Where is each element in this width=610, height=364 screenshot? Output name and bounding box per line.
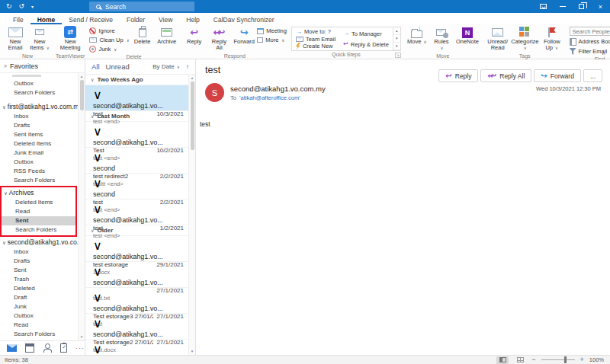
forward-button[interactable]: Forward	[534, 69, 581, 82]
zoom-out-button[interactable]: −	[531, 356, 535, 363]
folder-item[interactable]: ∨Deleted Items	[2, 198, 75, 207]
send-receive-icon[interactable]: ↻	[6, 3, 12, 10]
tasks-nav-icon[interactable]	[60, 343, 67, 353]
sort-by-date-button[interactable]: By Date∨	[152, 63, 180, 70]
folder-item[interactable]: ∨RSS Feeds	[0, 167, 78, 176]
folder-item[interactable]: ∨Search Folders	[0, 88, 78, 97]
mail-nav-icon[interactable]	[7, 344, 17, 352]
more-nav-icon[interactable]	[75, 345, 85, 352]
grid-view-button[interactable]	[514, 356, 526, 364]
undo-icon[interactable]: ↺	[19, 3, 25, 10]
menu-tab[interactable]: Home	[30, 13, 63, 24]
message-row[interactable]: ∨ second@atikahg1.vo... test10/3/2021 te…	[85, 85, 188, 111]
reply-button[interactable]: Reply	[183, 25, 206, 53]
archive-button[interactable]: Archive	[156, 25, 178, 53]
close-button[interactable]: ×	[591, 0, 610, 13]
scroll-down-icon[interactable]: ▼	[191, 348, 194, 355]
quickstep-create-new[interactable]: Create New	[296, 43, 336, 49]
scroll-up-icon[interactable]: ▲	[191, 75, 194, 81]
reply-all-button[interactable]: Reply All	[207, 25, 232, 53]
new-items-button[interactable]: New Items ∨	[28, 25, 51, 53]
favorites-header[interactable]: ˃ Favorites	[0, 59, 85, 72]
folder-item[interactable]: ∨Outbox	[0, 158, 78, 167]
ignore-button[interactable]: Ignore	[89, 27, 129, 35]
reply-button[interactable]: Reply	[438, 69, 478, 82]
message-row[interactable]: ∨ second@atikahg1.vo... Test10/2/2021 te…	[85, 122, 188, 148]
folder-item[interactable]: ∨Deleted Items	[0, 139, 78, 148]
menu-tab[interactable]: CalDav Synchronizer	[207, 13, 281, 24]
scroll-down-icon[interactable]: ▼	[80, 334, 83, 340]
sort-asc-icon[interactable]: ↑	[186, 63, 189, 71]
folder-item[interactable]: ∨Deleted	[0, 284, 78, 293]
restore-button[interactable]	[572, 0, 591, 13]
unread-read-button[interactable]: Unread/ Read	[485, 25, 511, 53]
new-email-button[interactable]: New Email	[4, 25, 27, 53]
menu-tab[interactable]: Help	[179, 13, 206, 24]
zoom-in-button[interactable]: +	[580, 356, 584, 363]
folder-item[interactable]: ∨second@atikahg1.vo.co...	[0, 238, 78, 247]
delete-button[interactable]: Delete	[131, 25, 154, 53]
message-row[interactable]: ∨ second@atikahg1.vo... test estorage29/…	[85, 236, 188, 262]
more-respond-button[interactable]: More∨	[257, 36, 287, 44]
move-button[interactable]: Move ∨	[406, 25, 429, 53]
menu-tab[interactable]: File	[6, 13, 30, 24]
folder-item[interactable]: ∨Archives	[2, 188, 75, 198]
message-row[interactable]: ∨Two Weeks Ago	[85, 75, 188, 85]
folder-item[interactable]: ∨Search Folders	[0, 330, 78, 339]
search-people-input[interactable]	[570, 27, 610, 36]
new-meeting-button[interactable]: New Meeting	[56, 25, 85, 53]
gallery-more-icon[interactable]: ▼	[393, 43, 400, 50]
scrollbar-thumb[interactable]	[80, 80, 84, 110]
menu-tab[interactable]: Send / Receive	[62, 13, 120, 24]
ribbon-display-options-button[interactable]	[534, 0, 553, 13]
categorize-button[interactable]: Categorize ∨	[512, 25, 538, 53]
zoom-slider[interactable]	[541, 359, 575, 360]
folder-item[interactable]: ∨Outbox	[0, 311, 78, 321]
zoom-level[interactable]: 100%	[589, 356, 604, 363]
follow-up-button[interactable]: Follow Up ∨	[539, 25, 565, 53]
folder-item[interactable]: ∨Read	[2, 207, 75, 216]
quickstep-team-email[interactable]: Team Email	[296, 36, 336, 43]
reading-view-button[interactable]	[496, 356, 509, 364]
junk-button[interactable]: Junk∨	[89, 45, 129, 53]
calendar-nav-icon[interactable]	[25, 343, 34, 353]
rules-button[interactable]: Rules ∨	[430, 25, 453, 53]
reply-all-button[interactable]: Reply All	[480, 69, 531, 82]
people-nav-icon[interactable]	[43, 343, 52, 353]
to-value[interactable]: 'atikah@afteroffice.com'	[239, 94, 300, 101]
scroll-down-icon[interactable]: ▼	[393, 35, 400, 43]
folder-item[interactable]: ∨Read	[0, 321, 78, 330]
folder-item[interactable]: ∨Inbox	[0, 247, 78, 257]
menu-tab[interactable]: View	[152, 13, 179, 24]
forward-button[interactable]: Forward	[233, 25, 255, 53]
cleanup-button[interactable]: Clean Up∨	[89, 36, 129, 44]
dialog-launcher-icon[interactable]: ↘	[395, 53, 401, 58]
tab-all[interactable]: All	[92, 62, 100, 71]
folder-item[interactable]: ∨Draft	[0, 293, 78, 302]
collapse-ribbon-icon[interactable]: ∧	[602, 50, 605, 56]
folder-item[interactable]: ∨Trash	[0, 275, 78, 284]
sender-email[interactable]: second@atikahg1.vo.com.my	[230, 85, 326, 93]
tab-unread[interactable]: Unread	[106, 62, 130, 71]
folder-item[interactable]: ∨Drafts	[0, 257, 78, 266]
folder-item[interactable]: ∨first@atikahg1.vo.com.my	[0, 102, 78, 112]
quickstep-reply-delete[interactable]: Reply & Delete	[343, 41, 389, 48]
message-list-scrollbar[interactable]: ▲ ▼	[188, 75, 195, 355]
quickstep-move-to[interactable]: Move to: ?	[296, 28, 336, 35]
folder-scrollbar[interactable]: ▲ ▼	[78, 73, 85, 340]
customize-qat-icon[interactable]: ▾	[31, 5, 34, 9]
folder-item[interactable]: ∨Junk	[0, 302, 78, 311]
folder-item[interactable]: ∨Sent	[2, 216, 75, 225]
address-book-button[interactable]: Address Book	[570, 37, 610, 46]
scroll-up-icon[interactable]: ▲	[80, 73, 83, 80]
onenote-button[interactable]: OneNote	[454, 25, 480, 53]
folder-item[interactable]: ∨Search Folders	[0, 176, 78, 185]
more-actions-button[interactable]: ...	[583, 69, 602, 82]
zoom-slider-thumb[interactable]	[564, 356, 567, 363]
menu-tab[interactable]: Folder	[120, 13, 152, 24]
scroll-up-icon[interactable]: ▲	[393, 27, 400, 35]
avatar[interactable]: S	[205, 83, 224, 102]
meeting-button[interactable]: Meeting	[257, 27, 287, 35]
folder-item[interactable]: ∨Search Folders	[2, 225, 75, 235]
folder-item[interactable]: ∨Sent	[0, 266, 78, 275]
